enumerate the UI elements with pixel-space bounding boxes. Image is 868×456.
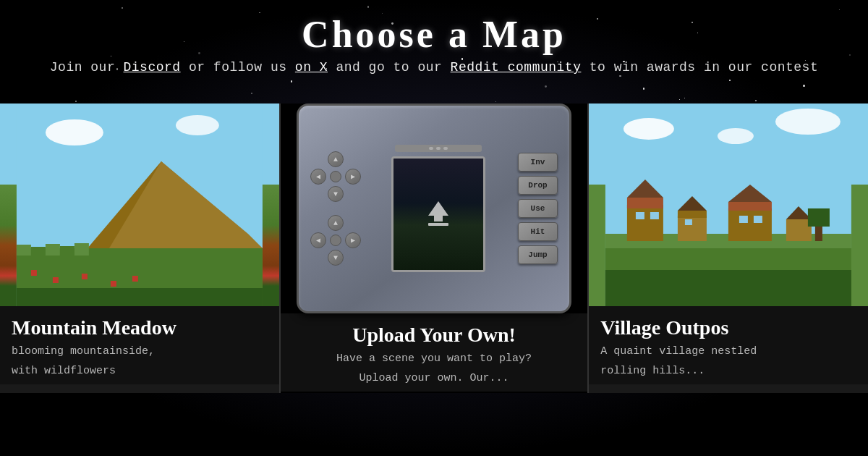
dpad-section: ▲ ▼ ◀ ▶ ▲ ▼ ◀ ▶: [310, 151, 361, 266]
upload-icon: [421, 197, 456, 232]
dpad-bottom-left[interactable]: ◀: [310, 232, 326, 248]
card-label-upload: Upload Your Own! Have a scene you want t…: [281, 313, 587, 392]
svg-rect-15: [60, 246, 75, 256]
svg-point-1: [46, 119, 103, 145]
card-mountain-meadow[interactable]: Mountain Meadow blooming mountainside, w…: [0, 104, 279, 393]
use-button[interactable]: Use: [518, 199, 558, 218]
dpad-top-down[interactable]: ▼: [328, 186, 344, 202]
reddit-link[interactable]: Reddit community: [451, 60, 582, 75]
svg-rect-9: [111, 281, 116, 287]
cards-row: Mountain Meadow blooming mountainside, w…: [0, 104, 868, 393]
dpad-top: ▲ ▼ ◀ ▶: [310, 151, 361, 202]
card-label-village: Village Outpos A quaint village nestled …: [589, 306, 868, 384]
dpad-bottom-right[interactable]: ▶: [345, 232, 361, 248]
svg-rect-17: [428, 223, 448, 226]
village-scene-svg: [589, 104, 868, 306]
discord-link[interactable]: Discord: [124, 60, 181, 75]
svg-rect-39: [636, 212, 644, 219]
dpad-top-up[interactable]: ▲: [328, 151, 344, 167]
svg-point-20: [624, 118, 674, 140]
game-device: ▲ ▼ ◀ ▶ ▲ ▼ ◀ ▶: [297, 104, 571, 313]
screen-indicator-1: [429, 147, 433, 150]
card-desc2-upload: Upload your own. Our...: [292, 371, 576, 386]
svg-rect-32: [728, 208, 772, 241]
svg-rect-14: [46, 244, 60, 256]
dpad-bottom-down[interactable]: ▼: [328, 250, 344, 266]
dpad-top-left[interactable]: ◀: [310, 169, 326, 185]
card-desc-village: A quaint village nestled: [600, 344, 856, 359]
card-desc-upload: Have a scene you want to play?: [292, 351, 576, 366]
card-upload[interactable]: ▲ ▼ ◀ ▶ ▲ ▼ ◀ ▶: [279, 104, 587, 393]
card-title-upload: Upload Your Own!: [292, 324, 576, 347]
svg-rect-38: [808, 208, 830, 227]
action-buttons: Inv Drop Use Hit Jump: [518, 153, 558, 264]
svg-rect-26: [627, 205, 663, 241]
dpad-bottom-up[interactable]: ▲: [328, 215, 344, 231]
dpad-bottom-center: [330, 235, 341, 246]
inv-button[interactable]: Inv: [518, 153, 558, 172]
header-subtitle: Join our Discord or follow us on X and g…: [14, 60, 854, 75]
svg-rect-43: [754, 216, 762, 223]
card-title-mountain: Mountain Meadow: [12, 316, 268, 339]
svg-rect-41: [685, 219, 692, 225]
mountain-scene-svg: [0, 104, 279, 306]
card-desc2-mountain: with wildflowers: [12, 363, 268, 379]
screen-content: [393, 159, 483, 270]
svg-rect-6: [31, 270, 37, 276]
card-desc-mountain: blooming mountainside,: [12, 344, 268, 359]
svg-rect-30: [678, 211, 707, 218]
svg-rect-40: [650, 212, 659, 219]
x-link[interactable]: on X: [295, 60, 328, 75]
svg-rect-13: [31, 247, 46, 256]
svg-rect-27: [627, 198, 663, 208]
hit-button[interactable]: Hit: [518, 222, 558, 241]
card-label-mountain: Mountain Meadow blooming mountainside, w…: [0, 306, 279, 384]
screen-area: [370, 145, 506, 272]
card-title-prefix: M: [12, 316, 30, 339]
drop-button[interactable]: Drop: [518, 176, 558, 195]
card-title-village: Village Outpos: [600, 316, 856, 339]
subtitle-prefix: Join our: [50, 60, 124, 75]
svg-rect-42: [739, 216, 748, 223]
dpad-top-center: [330, 171, 341, 182]
svg-point-22: [718, 128, 754, 144]
svg-rect-12: [17, 245, 31, 256]
svg-rect-11: [17, 288, 263, 306]
svg-rect-8: [82, 274, 88, 279]
svg-rect-16: [75, 243, 89, 256]
card-title-village-text: Village Outpos: [600, 316, 728, 339]
card-image-village: [589, 104, 868, 306]
svg-rect-33: [728, 202, 772, 211]
svg-rect-7: [53, 277, 59, 283]
svg-rect-35: [786, 219, 812, 241]
end-text: to win awards in our contest: [581, 60, 818, 75]
svg-point-2: [176, 115, 219, 135]
svg-rect-25: [605, 270, 851, 306]
page-title: Choose a Map: [14, 13, 854, 56]
card-desc2-village: rolling hills...: [600, 363, 856, 379]
svg-marker-18: [428, 201, 448, 221]
card-image-mountain: [0, 104, 279, 306]
follow-text: or follow us: [181, 60, 295, 75]
and-text: and go to our: [328, 60, 451, 75]
svg-point-21: [775, 109, 841, 135]
jump-button[interactable]: Jump: [518, 245, 558, 264]
card-village[interactable]: Village Outpos A quaint village nestled …: [587, 104, 868, 393]
dpad-bottom: ▲ ▼ ◀ ▶: [310, 215, 361, 266]
device-body: ▲ ▼ ◀ ▶ ▲ ▼ ◀ ▶: [297, 104, 571, 313]
screen-indicator-2: [436, 147, 441, 150]
page-header: Choose a Map Join our Discord or follow …: [0, 0, 868, 82]
screen-indicator-3: [443, 147, 448, 150]
svg-rect-10: [132, 276, 138, 282]
screen-top-bar: [395, 145, 482, 152]
screen-frame: [391, 156, 485, 272]
dpad-top-right[interactable]: ▶: [345, 169, 361, 185]
